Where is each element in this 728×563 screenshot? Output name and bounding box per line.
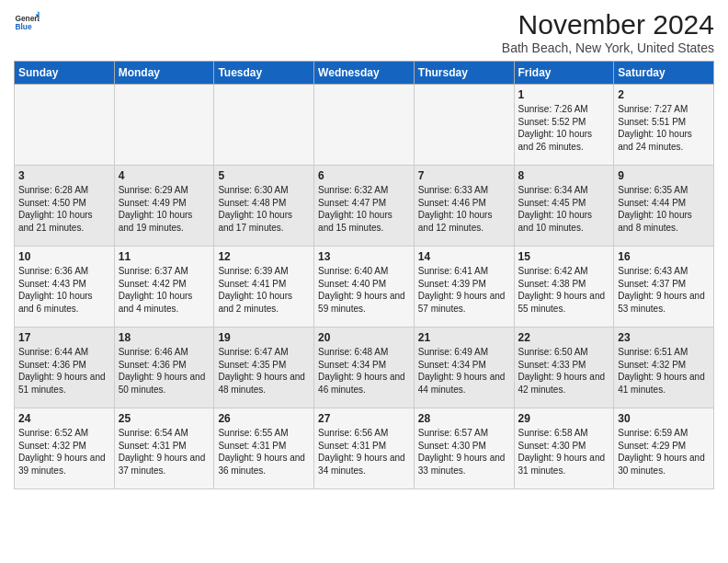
day-info: Sunrise: 6:32 AM Sunset: 4:47 PM Dayligh… bbox=[318, 184, 410, 234]
col-header-saturday: Saturday bbox=[614, 62, 714, 85]
day-number: 4 bbox=[119, 169, 210, 182]
day-info: Sunrise: 6:46 AM Sunset: 4:36 PM Dayligh… bbox=[119, 346, 210, 396]
day-number: 13 bbox=[318, 250, 410, 263]
calendar-cell: 20Sunrise: 6:48 AM Sunset: 4:34 PM Dayli… bbox=[314, 327, 415, 408]
calendar-cell: 21Sunrise: 6:49 AM Sunset: 4:34 PM Dayli… bbox=[414, 327, 514, 408]
calendar-cell: 30Sunrise: 6:59 AM Sunset: 4:29 PM Dayli… bbox=[614, 408, 714, 489]
calendar-cell: 28Sunrise: 6:57 AM Sunset: 4:30 PM Dayli… bbox=[414, 408, 514, 489]
page: General Blue November 2024 Bath Beach, N… bbox=[0, 0, 728, 499]
day-number: 2 bbox=[618, 88, 710, 101]
col-header-tuesday: Tuesday bbox=[214, 62, 314, 85]
calendar-cell: 25Sunrise: 6:54 AM Sunset: 4:31 PM Dayli… bbox=[114, 408, 214, 489]
day-number: 11 bbox=[119, 250, 210, 263]
day-number: 7 bbox=[418, 169, 510, 182]
week-row-1: 1Sunrise: 7:26 AM Sunset: 5:52 PM Daylig… bbox=[15, 85, 714, 166]
day-info: Sunrise: 6:40 AM Sunset: 4:40 PM Dayligh… bbox=[318, 265, 410, 315]
day-info: Sunrise: 6:50 AM Sunset: 4:33 PM Dayligh… bbox=[518, 346, 610, 396]
day-number: 19 bbox=[218, 331, 310, 344]
header: General Blue November 2024 Bath Beach, N… bbox=[14, 9, 714, 55]
calendar-cell: 5Sunrise: 6:30 AM Sunset: 4:48 PM Daylig… bbox=[214, 166, 314, 247]
day-number: 22 bbox=[518, 331, 610, 344]
calendar-cell bbox=[114, 85, 214, 166]
svg-text:Blue: Blue bbox=[15, 22, 31, 31]
calendar-cell: 11Sunrise: 6:37 AM Sunset: 4:42 PM Dayli… bbox=[114, 247, 214, 327]
calendar-cell: 13Sunrise: 6:40 AM Sunset: 4:40 PM Dayli… bbox=[314, 247, 415, 327]
day-number: 27 bbox=[318, 412, 410, 425]
day-info: Sunrise: 6:28 AM Sunset: 4:50 PM Dayligh… bbox=[18, 184, 110, 234]
title-area: November 2024 Bath Beach, New York, Unit… bbox=[502, 9, 714, 55]
day-info: Sunrise: 6:36 AM Sunset: 4:43 PM Dayligh… bbox=[18, 265, 110, 315]
day-info: Sunrise: 6:33 AM Sunset: 4:46 PM Dayligh… bbox=[418, 184, 510, 234]
calendar-cell: 19Sunrise: 6:47 AM Sunset: 4:35 PM Dayli… bbox=[214, 327, 314, 408]
calendar-cell: 27Sunrise: 6:56 AM Sunset: 4:31 PM Dayli… bbox=[314, 408, 415, 489]
calendar-cell: 15Sunrise: 6:42 AM Sunset: 4:38 PM Dayli… bbox=[514, 247, 614, 327]
col-header-friday: Friday bbox=[514, 62, 614, 85]
day-number: 25 bbox=[119, 412, 210, 425]
day-number: 26 bbox=[218, 412, 310, 425]
calendar-cell: 7Sunrise: 6:33 AM Sunset: 4:46 PM Daylig… bbox=[414, 166, 514, 247]
day-info: Sunrise: 6:54 AM Sunset: 4:31 PM Dayligh… bbox=[119, 427, 210, 477]
day-info: Sunrise: 6:49 AM Sunset: 4:34 PM Dayligh… bbox=[418, 346, 510, 396]
logo: General Blue bbox=[14, 9, 40, 35]
calendar-cell: 29Sunrise: 6:58 AM Sunset: 4:30 PM Dayli… bbox=[514, 408, 614, 489]
day-info: Sunrise: 6:57 AM Sunset: 4:30 PM Dayligh… bbox=[418, 427, 510, 477]
month-title: November 2024 bbox=[502, 9, 714, 40]
calendar-cell: 9Sunrise: 6:35 AM Sunset: 4:44 PM Daylig… bbox=[614, 166, 714, 247]
day-info: Sunrise: 6:29 AM Sunset: 4:49 PM Dayligh… bbox=[119, 184, 210, 234]
day-number: 23 bbox=[618, 331, 710, 344]
col-header-sunday: Sunday bbox=[15, 62, 115, 85]
day-number: 21 bbox=[418, 331, 510, 344]
day-number: 28 bbox=[418, 412, 510, 425]
calendar-cell: 22Sunrise: 6:50 AM Sunset: 4:33 PM Dayli… bbox=[514, 327, 614, 408]
day-number: 5 bbox=[218, 169, 310, 182]
day-info: Sunrise: 6:39 AM Sunset: 4:41 PM Dayligh… bbox=[218, 265, 310, 315]
day-number: 18 bbox=[119, 331, 210, 344]
calendar-cell: 12Sunrise: 6:39 AM Sunset: 4:41 PM Dayli… bbox=[214, 247, 314, 327]
day-info: Sunrise: 6:48 AM Sunset: 4:34 PM Dayligh… bbox=[318, 346, 410, 396]
calendar-cell bbox=[15, 85, 115, 166]
calendar-cell bbox=[214, 85, 314, 166]
day-info: Sunrise: 6:42 AM Sunset: 4:38 PM Dayligh… bbox=[518, 265, 610, 315]
day-number: 29 bbox=[518, 412, 610, 425]
calendar-cell: 10Sunrise: 6:36 AM Sunset: 4:43 PM Dayli… bbox=[15, 247, 115, 327]
calendar-cell: 24Sunrise: 6:52 AM Sunset: 4:32 PM Dayli… bbox=[15, 408, 115, 489]
calendar-cell: 14Sunrise: 6:41 AM Sunset: 4:39 PM Dayli… bbox=[414, 247, 514, 327]
week-row-4: 17Sunrise: 6:44 AM Sunset: 4:36 PM Dayli… bbox=[15, 327, 714, 408]
week-row-3: 10Sunrise: 6:36 AM Sunset: 4:43 PM Dayli… bbox=[15, 247, 714, 327]
day-info: Sunrise: 7:27 AM Sunset: 5:51 PM Dayligh… bbox=[618, 103, 710, 153]
calendar-cell: 1Sunrise: 7:26 AM Sunset: 5:52 PM Daylig… bbox=[514, 85, 614, 166]
logo-icon: General Blue bbox=[14, 9, 40, 35]
day-number: 8 bbox=[518, 169, 610, 182]
day-info: Sunrise: 6:52 AM Sunset: 4:32 PM Dayligh… bbox=[18, 427, 110, 477]
calendar-cell: 6Sunrise: 6:32 AM Sunset: 4:47 PM Daylig… bbox=[314, 166, 415, 247]
col-header-monday: Monday bbox=[114, 62, 214, 85]
day-number: 10 bbox=[18, 250, 110, 263]
day-info: Sunrise: 6:55 AM Sunset: 4:31 PM Dayligh… bbox=[218, 427, 310, 477]
week-row-5: 24Sunrise: 6:52 AM Sunset: 4:32 PM Dayli… bbox=[15, 408, 714, 489]
calendar-cell: 17Sunrise: 6:44 AM Sunset: 4:36 PM Dayli… bbox=[15, 327, 115, 408]
day-info: Sunrise: 6:44 AM Sunset: 4:36 PM Dayligh… bbox=[18, 346, 110, 396]
day-number: 24 bbox=[18, 412, 110, 425]
day-number: 12 bbox=[218, 250, 310, 263]
calendar-cell: 16Sunrise: 6:43 AM Sunset: 4:37 PM Dayli… bbox=[614, 247, 714, 327]
day-info: Sunrise: 7:26 AM Sunset: 5:52 PM Dayligh… bbox=[518, 103, 610, 153]
day-number: 6 bbox=[318, 169, 410, 182]
day-number: 14 bbox=[418, 250, 510, 263]
calendar-table: SundayMondayTuesdayWednesdayThursdayFrid… bbox=[14, 61, 714, 489]
day-info: Sunrise: 6:43 AM Sunset: 4:37 PM Dayligh… bbox=[618, 265, 710, 315]
day-info: Sunrise: 6:37 AM Sunset: 4:42 PM Dayligh… bbox=[119, 265, 210, 315]
day-info: Sunrise: 6:47 AM Sunset: 4:35 PM Dayligh… bbox=[218, 346, 310, 396]
day-number: 15 bbox=[518, 250, 610, 263]
calendar-cell: 3Sunrise: 6:28 AM Sunset: 4:50 PM Daylig… bbox=[15, 166, 115, 247]
day-info: Sunrise: 6:35 AM Sunset: 4:44 PM Dayligh… bbox=[618, 184, 710, 234]
calendar-cell bbox=[314, 85, 415, 166]
col-header-wednesday: Wednesday bbox=[314, 62, 415, 85]
day-number: 3 bbox=[18, 169, 110, 182]
calendar-cell: 2Sunrise: 7:27 AM Sunset: 5:51 PM Daylig… bbox=[614, 85, 714, 166]
day-info: Sunrise: 6:30 AM Sunset: 4:48 PM Dayligh… bbox=[218, 184, 310, 234]
calendar-cell: 18Sunrise: 6:46 AM Sunset: 4:36 PM Dayli… bbox=[114, 327, 214, 408]
calendar-cell: 8Sunrise: 6:34 AM Sunset: 4:45 PM Daylig… bbox=[514, 166, 614, 247]
day-info: Sunrise: 6:41 AM Sunset: 4:39 PM Dayligh… bbox=[418, 265, 510, 315]
calendar-cell: 4Sunrise: 6:29 AM Sunset: 4:49 PM Daylig… bbox=[114, 166, 214, 247]
location: Bath Beach, New York, United States bbox=[502, 40, 714, 55]
